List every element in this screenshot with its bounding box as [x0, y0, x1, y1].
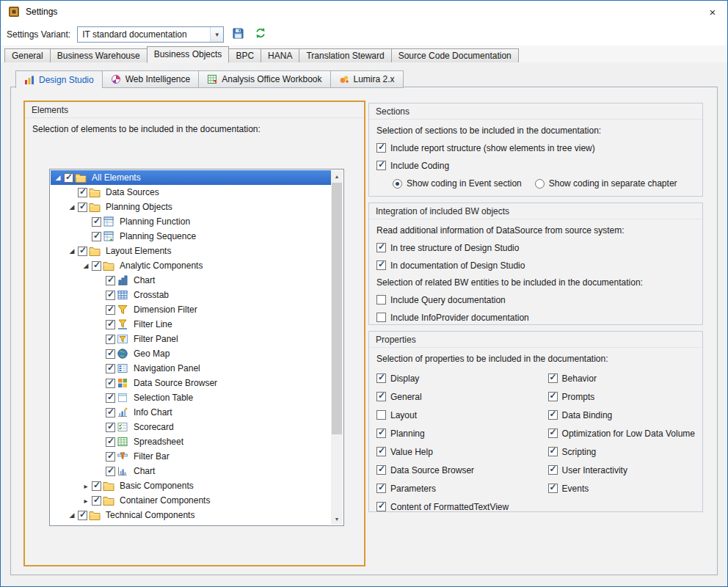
- tree-item-container-components[interactable]: ▸Container Components: [51, 493, 331, 508]
- tree-item-checkbox[interactable]: [92, 217, 101, 227]
- tree-item-dimension-filter[interactable]: Dimension Filter: [51, 302, 331, 317]
- tab-hana[interactable]: HANA: [261, 48, 299, 62]
- tree-item-crosstab[interactable]: Crosstab: [51, 288, 331, 302]
- checkbox[interactable]: [376, 313, 386, 322]
- tree-item-checkbox[interactable]: [106, 379, 115, 388]
- checkbox[interactable]: [376, 295, 386, 305]
- integration-option-in-tree-structure-of-design-studio[interactable]: In tree structure of Design Studio: [376, 242, 695, 253]
- tree-collapse-icon[interactable]: ◢: [80, 262, 92, 269]
- tree-item-checkbox[interactable]: [106, 437, 115, 447]
- property-option-display[interactable]: Display: [376, 373, 548, 384]
- subtab-design-studio[interactable]: Design Studio: [15, 70, 103, 88]
- property-option-data-source-browser[interactable]: Data Source Browser: [376, 464, 548, 475]
- tab-translation-steward[interactable]: Translation Steward: [299, 48, 391, 62]
- radio-show-coding-in-event-section[interactable]: Show coding in Event section: [393, 178, 522, 189]
- tree-item-checkbox[interactable]: [64, 173, 73, 183]
- tree-item-data-sources[interactable]: Data Sources: [51, 185, 331, 200]
- tree-scrollbar[interactable]: ▲ ▼: [331, 170, 343, 525]
- refresh-variant-button[interactable]: [252, 26, 269, 43]
- tree-item-checkbox[interactable]: [92, 496, 101, 506]
- checkbox[interactable]: [548, 447, 558, 456]
- tab-source-code-documentation[interactable]: Source Code Documentation: [391, 48, 519, 62]
- tree-item-checkbox[interactable]: [106, 291, 115, 300]
- tree-item-planning-sequence[interactable]: Planning Sequence: [51, 229, 331, 244]
- tab-bpc[interactable]: BPC: [228, 48, 261, 62]
- section-option-include-coding[interactable]: Include Coding: [376, 160, 695, 171]
- save-variant-button[interactable]: [229, 26, 247, 43]
- tree-item-basic-components[interactable]: ▸Basic Components: [51, 478, 331, 493]
- integration-option-in-documentation-of-design-studio[interactable]: In documentation of Design Studio: [376, 260, 695, 271]
- tree-item-checkbox[interactable]: [106, 335, 115, 344]
- tree-item-checkbox[interactable]: [106, 305, 115, 315]
- checkbox[interactable]: [376, 161, 386, 170]
- tree-item-checkbox[interactable]: [78, 188, 87, 197]
- checkbox[interactable]: [376, 143, 386, 153]
- subtab-analysis-office-workbook[interactable]: Analysis Office Workbook: [198, 70, 330, 88]
- property-option-scripting[interactable]: Scripting: [548, 446, 695, 457]
- tree-expand-icon[interactable]: ▸: [80, 482, 92, 490]
- tree-item-filter-bar[interactable]: Filter Bar: [51, 449, 331, 464]
- property-option-optimization-for-low-data-volume[interactable]: Optimization for Low Data Volume: [548, 428, 695, 439]
- tree-item-selection-table[interactable]: Selection Table: [51, 390, 331, 405]
- tree-item-navigation-panel[interactable]: Navigation Panel: [51, 361, 331, 376]
- checkbox[interactable]: [376, 429, 386, 438]
- tree-item-checkbox[interactable]: [106, 467, 115, 476]
- tree-collapse-icon[interactable]: ◢: [66, 247, 78, 255]
- checkbox[interactable]: [376, 260, 386, 270]
- scroll-down-button[interactable]: ▼: [331, 513, 343, 525]
- property-option-behavior[interactable]: Behavior: [548, 373, 695, 384]
- radio-button[interactable]: [535, 179, 545, 189]
- checkbox[interactable]: [548, 484, 558, 493]
- property-option-events[interactable]: Events: [548, 483, 695, 494]
- tree-item-chart[interactable]: Chart: [51, 273, 331, 288]
- tree-item-geo-map[interactable]: Geo Map: [51, 346, 331, 361]
- tree-item-checkbox[interactable]: [78, 203, 87, 212]
- property-option-value-help[interactable]: Value Help: [376, 446, 548, 457]
- property-option-data-binding[interactable]: Data Binding: [548, 409, 695, 420]
- scroll-up-button[interactable]: ▲: [331, 170, 343, 182]
- checkbox[interactable]: [376, 373, 386, 383]
- settings-variant-combobox[interactable]: IT standard documentation ▾: [77, 26, 224, 43]
- checkbox[interactable]: [376, 243, 386, 252]
- checkbox[interactable]: [376, 502, 386, 511]
- tree-item-checkbox[interactable]: [92, 261, 101, 271]
- property-option-layout[interactable]: Layout: [376, 409, 548, 420]
- checkbox[interactable]: [548, 410, 558, 420]
- tree-item-checkbox[interactable]: [106, 408, 115, 418]
- tree-item-checkbox[interactable]: [78, 247, 87, 256]
- tree-expand-icon[interactable]: ▸: [80, 497, 92, 505]
- scrollbar-thumb[interactable]: [332, 183, 342, 434]
- property-option-planning[interactable]: Planning: [376, 428, 548, 439]
- tree-item-info-chart[interactable]: Info Chart: [51, 405, 331, 420]
- tree-item-all-elements[interactable]: ◢All Elements: [51, 170, 331, 185]
- tree-item-technical-components[interactable]: ◢Technical Components: [51, 508, 331, 522]
- tab-business-warehouse[interactable]: Business Warehouse: [50, 48, 148, 62]
- tree-item-checkbox[interactable]: [106, 349, 115, 359]
- checkbox[interactable]: [376, 484, 386, 493]
- tab-general[interactable]: General: [4, 48, 51, 62]
- combobox-dropdown-button[interactable]: ▾: [210, 27, 223, 42]
- tree-item-layout-elements[interactable]: ◢Layout Elements: [51, 244, 331, 258]
- section-option-include-report-structure-show-elements-in-tree-view[interactable]: Include report structure (show elements …: [376, 142, 695, 153]
- property-option-general[interactable]: General: [376, 391, 548, 402]
- tree-item-data-source-browser[interactable]: Data Source Browser: [51, 376, 331, 390]
- tree-item-spreadsheet[interactable]: Spreadsheet: [51, 434, 331, 449]
- checkbox[interactable]: [548, 429, 558, 438]
- checkbox[interactable]: [548, 465, 558, 475]
- tree-collapse-icon[interactable]: ◢: [52, 174, 64, 181]
- tree-item-checkbox[interactable]: [106, 452, 115, 462]
- tree-item-checkbox[interactable]: [92, 232, 101, 241]
- tree-item-checkbox[interactable]: [106, 423, 115, 432]
- tree-item-filter-panel[interactable]: Filter Panel: [51, 332, 331, 346]
- checkbox[interactable]: [376, 392, 386, 401]
- tree-item-checkbox[interactable]: [78, 511, 87, 520]
- radio-show-coding-in-separate-chapter[interactable]: Show coding in separate chapter: [535, 178, 677, 189]
- integration-option-include-infoprovider-documentation[interactable]: Include InfoProvider documentation: [376, 312, 695, 323]
- tree-collapse-icon[interactable]: ◢: [66, 203, 78, 211]
- property-option-user-interactivity[interactable]: User Interactivity: [548, 464, 695, 475]
- tree-item-checkbox[interactable]: [106, 320, 115, 329]
- subtab-lumira-2-x[interactable]: Lumira 2.x: [330, 70, 404, 88]
- checkbox[interactable]: [376, 465, 386, 475]
- tree-item-checkbox[interactable]: [106, 364, 115, 373]
- subtab-web-intelligence[interactable]: Web Intelligence: [102, 70, 200, 88]
